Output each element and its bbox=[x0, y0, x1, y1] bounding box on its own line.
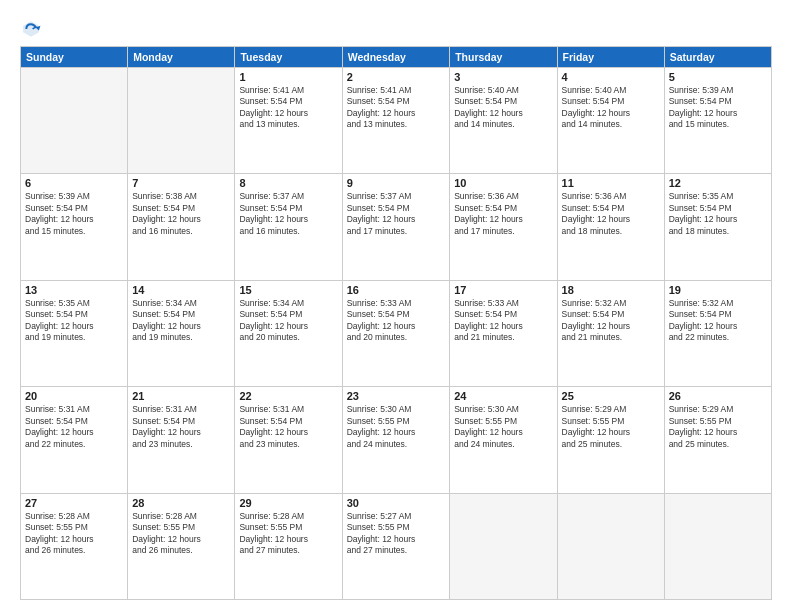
day-info: Sunrise: 5:33 AM Sunset: 5:54 PM Dayligh… bbox=[347, 298, 445, 344]
day-info: Sunrise: 5:30 AM Sunset: 5:55 PM Dayligh… bbox=[347, 404, 445, 450]
day-info: Sunrise: 5:27 AM Sunset: 5:55 PM Dayligh… bbox=[347, 511, 445, 557]
day-number: 8 bbox=[239, 177, 337, 189]
calendar-day-cell bbox=[664, 493, 771, 599]
logo bbox=[20, 18, 46, 40]
calendar-day-cell: 15Sunrise: 5:34 AM Sunset: 5:54 PM Dayli… bbox=[235, 280, 342, 386]
day-number: 11 bbox=[562, 177, 660, 189]
day-info: Sunrise: 5:28 AM Sunset: 5:55 PM Dayligh… bbox=[239, 511, 337, 557]
calendar-week-row: 1Sunrise: 5:41 AM Sunset: 5:54 PM Daylig… bbox=[21, 68, 772, 174]
weekday-header: Friday bbox=[557, 47, 664, 68]
calendar-day-cell: 14Sunrise: 5:34 AM Sunset: 5:54 PM Dayli… bbox=[128, 280, 235, 386]
day-number: 19 bbox=[669, 284, 767, 296]
calendar-day-cell: 25Sunrise: 5:29 AM Sunset: 5:55 PM Dayli… bbox=[557, 387, 664, 493]
day-number: 13 bbox=[25, 284, 123, 296]
day-info: Sunrise: 5:35 AM Sunset: 5:54 PM Dayligh… bbox=[669, 191, 767, 237]
calendar-day-cell: 24Sunrise: 5:30 AM Sunset: 5:55 PM Dayli… bbox=[450, 387, 557, 493]
day-number: 17 bbox=[454, 284, 552, 296]
calendar-day-cell: 6Sunrise: 5:39 AM Sunset: 5:54 PM Daylig… bbox=[21, 174, 128, 280]
day-info: Sunrise: 5:35 AM Sunset: 5:54 PM Dayligh… bbox=[25, 298, 123, 344]
calendar-day-cell bbox=[450, 493, 557, 599]
day-number: 23 bbox=[347, 390, 445, 402]
calendar-day-cell: 27Sunrise: 5:28 AM Sunset: 5:55 PM Dayli… bbox=[21, 493, 128, 599]
day-info: Sunrise: 5:29 AM Sunset: 5:55 PM Dayligh… bbox=[669, 404, 767, 450]
calendar-day-cell: 5Sunrise: 5:39 AM Sunset: 5:54 PM Daylig… bbox=[664, 68, 771, 174]
day-info: Sunrise: 5:36 AM Sunset: 5:54 PM Dayligh… bbox=[454, 191, 552, 237]
day-number: 28 bbox=[132, 497, 230, 509]
calendar-day-cell: 28Sunrise: 5:28 AM Sunset: 5:55 PM Dayli… bbox=[128, 493, 235, 599]
weekday-header: Thursday bbox=[450, 47, 557, 68]
calendar-day-cell: 26Sunrise: 5:29 AM Sunset: 5:55 PM Dayli… bbox=[664, 387, 771, 493]
calendar-day-cell: 20Sunrise: 5:31 AM Sunset: 5:54 PM Dayli… bbox=[21, 387, 128, 493]
calendar-day-cell: 23Sunrise: 5:30 AM Sunset: 5:55 PM Dayli… bbox=[342, 387, 449, 493]
day-number: 27 bbox=[25, 497, 123, 509]
day-info: Sunrise: 5:37 AM Sunset: 5:54 PM Dayligh… bbox=[347, 191, 445, 237]
day-number: 18 bbox=[562, 284, 660, 296]
day-number: 14 bbox=[132, 284, 230, 296]
page: SundayMondayTuesdayWednesdayThursdayFrid… bbox=[0, 0, 792, 612]
day-info: Sunrise: 5:31 AM Sunset: 5:54 PM Dayligh… bbox=[25, 404, 123, 450]
weekday-header: Monday bbox=[128, 47, 235, 68]
weekday-header: Saturday bbox=[664, 47, 771, 68]
day-info: Sunrise: 5:31 AM Sunset: 5:54 PM Dayligh… bbox=[132, 404, 230, 450]
day-info: Sunrise: 5:33 AM Sunset: 5:54 PM Dayligh… bbox=[454, 298, 552, 344]
day-number: 16 bbox=[347, 284, 445, 296]
calendar-day-cell: 21Sunrise: 5:31 AM Sunset: 5:54 PM Dayli… bbox=[128, 387, 235, 493]
day-info: Sunrise: 5:39 AM Sunset: 5:54 PM Dayligh… bbox=[25, 191, 123, 237]
calendar-day-cell: 8Sunrise: 5:37 AM Sunset: 5:54 PM Daylig… bbox=[235, 174, 342, 280]
day-info: Sunrise: 5:34 AM Sunset: 5:54 PM Dayligh… bbox=[132, 298, 230, 344]
day-info: Sunrise: 5:38 AM Sunset: 5:54 PM Dayligh… bbox=[132, 191, 230, 237]
day-number: 21 bbox=[132, 390, 230, 402]
calendar-body: 1Sunrise: 5:41 AM Sunset: 5:54 PM Daylig… bbox=[21, 68, 772, 600]
calendar-day-cell: 7Sunrise: 5:38 AM Sunset: 5:54 PM Daylig… bbox=[128, 174, 235, 280]
calendar-header-row: SundayMondayTuesdayWednesdayThursdayFrid… bbox=[21, 47, 772, 68]
calendar-day-cell: 13Sunrise: 5:35 AM Sunset: 5:54 PM Dayli… bbox=[21, 280, 128, 386]
day-number: 30 bbox=[347, 497, 445, 509]
day-number: 25 bbox=[562, 390, 660, 402]
day-number: 12 bbox=[669, 177, 767, 189]
day-info: Sunrise: 5:28 AM Sunset: 5:55 PM Dayligh… bbox=[25, 511, 123, 557]
calendar-day-cell: 19Sunrise: 5:32 AM Sunset: 5:54 PM Dayli… bbox=[664, 280, 771, 386]
day-info: Sunrise: 5:31 AM Sunset: 5:54 PM Dayligh… bbox=[239, 404, 337, 450]
day-number: 6 bbox=[25, 177, 123, 189]
day-info: Sunrise: 5:32 AM Sunset: 5:54 PM Dayligh… bbox=[669, 298, 767, 344]
day-info: Sunrise: 5:41 AM Sunset: 5:54 PM Dayligh… bbox=[239, 85, 337, 131]
day-info: Sunrise: 5:40 AM Sunset: 5:54 PM Dayligh… bbox=[562, 85, 660, 131]
calendar-day-cell: 10Sunrise: 5:36 AM Sunset: 5:54 PM Dayli… bbox=[450, 174, 557, 280]
calendar-day-cell bbox=[21, 68, 128, 174]
day-number: 4 bbox=[562, 71, 660, 83]
calendar-day-cell: 16Sunrise: 5:33 AM Sunset: 5:54 PM Dayli… bbox=[342, 280, 449, 386]
day-number: 9 bbox=[347, 177, 445, 189]
day-number: 29 bbox=[239, 497, 337, 509]
day-number: 7 bbox=[132, 177, 230, 189]
weekday-header: Tuesday bbox=[235, 47, 342, 68]
calendar-day-cell: 9Sunrise: 5:37 AM Sunset: 5:54 PM Daylig… bbox=[342, 174, 449, 280]
day-number: 3 bbox=[454, 71, 552, 83]
calendar-day-cell: 1Sunrise: 5:41 AM Sunset: 5:54 PM Daylig… bbox=[235, 68, 342, 174]
day-number: 26 bbox=[669, 390, 767, 402]
day-info: Sunrise: 5:37 AM Sunset: 5:54 PM Dayligh… bbox=[239, 191, 337, 237]
calendar-day-cell: 11Sunrise: 5:36 AM Sunset: 5:54 PM Dayli… bbox=[557, 174, 664, 280]
day-number: 20 bbox=[25, 390, 123, 402]
day-info: Sunrise: 5:41 AM Sunset: 5:54 PM Dayligh… bbox=[347, 85, 445, 131]
calendar-day-cell: 30Sunrise: 5:27 AM Sunset: 5:55 PM Dayli… bbox=[342, 493, 449, 599]
weekday-header: Wednesday bbox=[342, 47, 449, 68]
calendar-day-cell: 3Sunrise: 5:40 AM Sunset: 5:54 PM Daylig… bbox=[450, 68, 557, 174]
calendar-day-cell: 18Sunrise: 5:32 AM Sunset: 5:54 PM Dayli… bbox=[557, 280, 664, 386]
day-number: 10 bbox=[454, 177, 552, 189]
calendar-week-row: 20Sunrise: 5:31 AM Sunset: 5:54 PM Dayli… bbox=[21, 387, 772, 493]
day-info: Sunrise: 5:32 AM Sunset: 5:54 PM Dayligh… bbox=[562, 298, 660, 344]
day-info: Sunrise: 5:28 AM Sunset: 5:55 PM Dayligh… bbox=[132, 511, 230, 557]
day-number: 22 bbox=[239, 390, 337, 402]
calendar-day-cell: 22Sunrise: 5:31 AM Sunset: 5:54 PM Dayli… bbox=[235, 387, 342, 493]
day-info: Sunrise: 5:40 AM Sunset: 5:54 PM Dayligh… bbox=[454, 85, 552, 131]
calendar-week-row: 6Sunrise: 5:39 AM Sunset: 5:54 PM Daylig… bbox=[21, 174, 772, 280]
calendar-day-cell: 2Sunrise: 5:41 AM Sunset: 5:54 PM Daylig… bbox=[342, 68, 449, 174]
day-info: Sunrise: 5:34 AM Sunset: 5:54 PM Dayligh… bbox=[239, 298, 337, 344]
calendar-day-cell: 29Sunrise: 5:28 AM Sunset: 5:55 PM Dayli… bbox=[235, 493, 342, 599]
day-number: 15 bbox=[239, 284, 337, 296]
calendar-day-cell bbox=[557, 493, 664, 599]
day-info: Sunrise: 5:39 AM Sunset: 5:54 PM Dayligh… bbox=[669, 85, 767, 131]
calendar-day-cell: 12Sunrise: 5:35 AM Sunset: 5:54 PM Dayli… bbox=[664, 174, 771, 280]
calendar-week-row: 27Sunrise: 5:28 AM Sunset: 5:55 PM Dayli… bbox=[21, 493, 772, 599]
day-info: Sunrise: 5:29 AM Sunset: 5:55 PM Dayligh… bbox=[562, 404, 660, 450]
